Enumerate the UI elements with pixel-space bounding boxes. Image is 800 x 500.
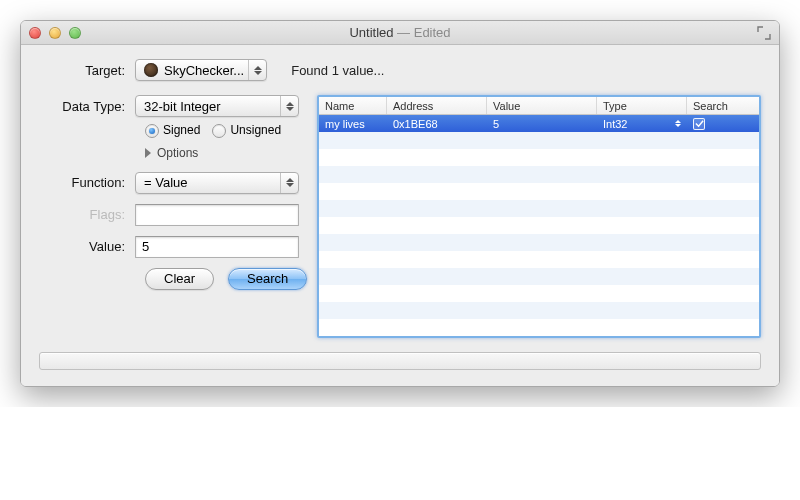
cell-search[interactable] xyxy=(687,118,759,130)
progress-bar xyxy=(39,352,761,370)
table-header: Name Address Value Type Search xyxy=(319,97,759,115)
table-row[interactable] xyxy=(319,268,759,285)
table-body[interactable]: my lives0x1BE685Int32 xyxy=(319,115,759,336)
col-name[interactable]: Name xyxy=(319,97,387,114)
options-label: Options xyxy=(157,146,198,160)
title-text: Untitled xyxy=(349,25,393,40)
col-address[interactable]: Address xyxy=(387,97,487,114)
data-type-row: Data Type: 32-bit Integer xyxy=(39,95,299,117)
flags-row: Flags: xyxy=(39,204,299,226)
close-icon[interactable] xyxy=(29,27,41,39)
col-type[interactable]: Type xyxy=(597,97,687,114)
table-row[interactable] xyxy=(319,251,759,268)
table-row[interactable] xyxy=(319,166,759,183)
edited-indicator: — Edited xyxy=(393,25,450,40)
updown-icon xyxy=(248,60,266,80)
signed-radio[interactable]: Signed xyxy=(145,123,200,138)
value-label: Value: xyxy=(39,239,135,254)
main-row: Data Type: 32-bit Integer Signed Unsigne… xyxy=(39,95,761,338)
traffic-lights xyxy=(29,27,81,39)
status-text: Found 1 value... xyxy=(291,63,384,78)
fullscreen-icon[interactable] xyxy=(757,26,771,40)
table-row[interactable] xyxy=(319,183,759,200)
target-value: SkyChecker... xyxy=(164,63,244,78)
updown-icon xyxy=(675,120,681,127)
window-title: Untitled — Edited xyxy=(21,25,779,40)
function-select[interactable]: = Value xyxy=(135,172,299,194)
titlebar: Untitled — Edited xyxy=(21,21,779,45)
updown-icon xyxy=(280,96,298,116)
table-row[interactable] xyxy=(319,132,759,149)
button-row: Clear Search xyxy=(39,268,299,290)
cell-type[interactable]: Int32 xyxy=(597,118,687,130)
zoom-icon[interactable] xyxy=(69,27,81,39)
function-label: Function: xyxy=(39,175,135,190)
col-search[interactable]: Search xyxy=(687,97,759,114)
app-icon xyxy=(144,63,158,77)
flags-input[interactable] xyxy=(135,204,299,226)
target-select[interactable]: SkyChecker... xyxy=(135,59,267,81)
col-value[interactable]: Value xyxy=(487,97,597,114)
table-row[interactable]: my lives0x1BE685Int32 xyxy=(319,115,759,132)
table-row[interactable] xyxy=(319,285,759,302)
minimize-icon[interactable] xyxy=(49,27,61,39)
data-type-label: Data Type: xyxy=(39,99,135,114)
results-table: Name Address Value Type Search my lives0… xyxy=(317,95,761,338)
updown-icon xyxy=(280,173,298,193)
target-label: Target: xyxy=(39,63,135,78)
radio-icon xyxy=(145,124,159,138)
disclosure-icon xyxy=(145,148,151,158)
flags-label: Flags: xyxy=(39,207,135,222)
table-row[interactable] xyxy=(319,200,759,217)
sign-row: Signed Unsigned xyxy=(39,123,299,138)
value-input[interactable] xyxy=(135,236,299,258)
cell-value: 5 xyxy=(487,118,597,130)
radio-icon xyxy=(212,124,226,138)
checkbox-icon xyxy=(693,118,705,130)
cell-address: 0x1BE68 xyxy=(387,118,487,130)
function-value: = Value xyxy=(144,175,188,190)
search-button[interactable]: Search xyxy=(228,268,307,290)
table-row[interactable] xyxy=(319,149,759,166)
table-row[interactable] xyxy=(319,319,759,336)
options-disclosure[interactable]: Options xyxy=(39,146,299,160)
data-type-select[interactable]: 32-bit Integer xyxy=(135,95,299,117)
table-row[interactable] xyxy=(319,302,759,319)
app-window: Untitled — Edited Target: SkyChecker... … xyxy=(20,20,780,387)
table-row[interactable] xyxy=(319,234,759,251)
cell-name: my lives xyxy=(319,118,387,130)
table-row[interactable] xyxy=(319,217,759,234)
data-type-value: 32-bit Integer xyxy=(144,99,221,114)
content-area: Target: SkyChecker... Found 1 value... D… xyxy=(21,45,779,386)
target-row: Target: SkyChecker... Found 1 value... xyxy=(39,59,761,81)
value-row: Value: xyxy=(39,236,299,258)
clear-button[interactable]: Clear xyxy=(145,268,214,290)
function-row: Function: = Value xyxy=(39,172,299,194)
unsigned-radio[interactable]: Unsigned xyxy=(212,123,281,138)
search-form: Data Type: 32-bit Integer Signed Unsigne… xyxy=(39,95,299,338)
